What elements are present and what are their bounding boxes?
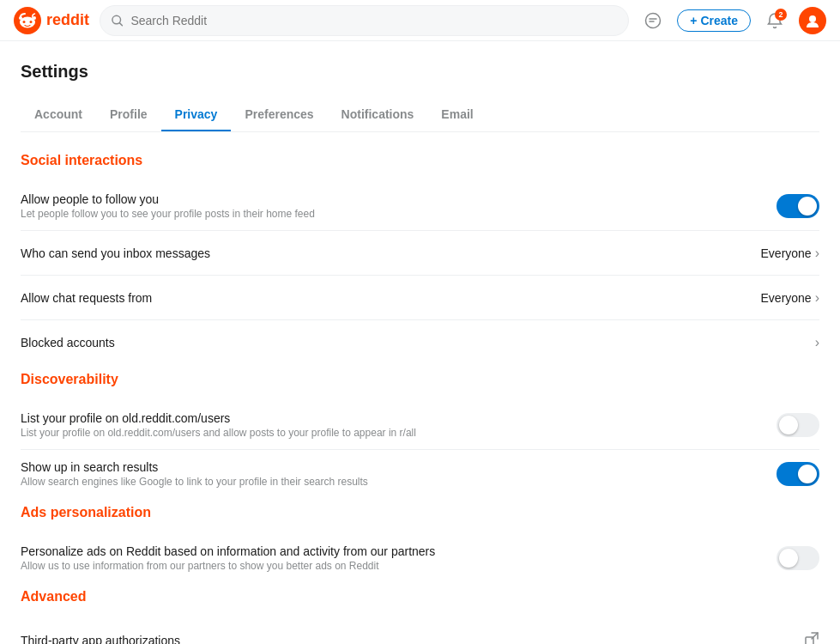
setting-info-blocked: Blocked accounts [21,336,815,349]
svg-point-9 [809,15,816,22]
setting-row-chat[interactable]: Allow chat requests from Everyone › [21,276,819,320]
toggle-old-reddit-slider [777,413,819,437]
topnav: reddit + Create 2 [0,0,840,41]
setting-desc-ads: Allow us to use information from our par… [21,560,756,572]
user-avatar-icon [804,12,821,29]
chevron-right-icon-chat: › [815,290,819,306]
inbox-value-chevron[interactable]: Everyone › [761,246,819,261]
setting-row-follow: Allow people to follow you Let people fo… [21,182,819,231]
tab-email[interactable]: Email [427,99,486,131]
create-label: Create [700,14,738,27]
setting-row-search-results: Show up in search results Allow search e… [21,450,819,498]
setting-info-chat: Allow chat requests from [21,291,761,305]
external-link-icon[interactable] [804,631,819,645]
chat-value-text: Everyone [761,291,812,305]
setting-info-ads: Personalize ads on Reddit based on infor… [21,544,777,572]
setting-label-blocked: Blocked accounts [21,336,795,349]
tabs-bar: Account Profile Privacy Preferences Noti… [21,99,819,132]
notifications-button[interactable]: 2 [761,7,789,34]
svg-point-3 [30,21,33,23]
chat-value-chevron[interactable]: Everyone › [761,290,819,306]
setting-row-third-party[interactable]: Third-party app authorizations [21,618,819,644]
search-bar[interactable] [100,5,629,36]
setting-info-follow: Allow people to follow you Let people fo… [21,192,777,220]
setting-row-ads: Personalize ads on Reddit based on infor… [21,534,819,582]
toggle-follow[interactable] [777,194,819,218]
setting-info-third-party: Third-party app authorizations [21,634,804,645]
advanced-rows: Third-party app authorizations Clear his… [21,618,819,644]
setting-desc-old-reddit: List your profile on old.reddit.com/user… [21,427,756,439]
social-rows: Allow people to follow you Let people fo… [21,182,819,365]
svg-point-5 [19,16,22,20]
toggle-old-reddit[interactable] [777,413,819,437]
reddit-logo-icon [14,7,41,34]
svg-point-8 [646,13,661,27]
tab-account[interactable]: Account [21,99,96,131]
notif-badge: 2 [775,9,787,21]
search-input[interactable] [130,14,618,27]
svg-point-2 [23,21,26,23]
ads-section: Ads personalization Personalize ads on R… [21,505,819,582]
page-title: Settings [21,62,819,82]
svg-point-6 [33,16,36,20]
setting-label-old-reddit: List your profile on old.reddit.com/user… [21,411,756,425]
chat-button[interactable] [639,7,667,34]
main-content: Settings Account Profile Privacy Prefere… [0,41,840,644]
nav-right: + Create 2 [639,7,826,34]
tab-privacy[interactable]: Privacy [161,99,232,131]
advanced-section-title: Advanced [21,589,819,605]
avatar[interactable] [799,7,826,34]
setting-label-chat: Allow chat requests from [21,291,740,305]
toggle-follow-slider [777,194,819,218]
ads-section-title: Ads personalization [21,505,819,520]
chevron-right-icon-inbox: › [815,246,819,261]
create-plus-icon: + [690,14,697,27]
setting-row-blocked[interactable]: Blocked accounts › [21,320,819,365]
setting-label-ads: Personalize ads on Reddit based on infor… [21,544,756,558]
chevron-right-icon-blocked: › [815,335,819,350]
setting-label-inbox: Who can send you inbox messages [21,246,740,260]
setting-info-inbox: Who can send you inbox messages [21,246,761,260]
tab-preferences[interactable]: Preferences [231,99,327,131]
logo-link[interactable]: reddit [14,7,89,34]
toggle-search-results[interactable] [777,462,819,486]
setting-info-old-reddit: List your profile on old.reddit.com/user… [21,411,777,439]
social-section: Social interactions Allow people to foll… [21,153,819,365]
tab-notifications[interactable]: Notifications [328,99,428,131]
blocked-chevron[interactable]: › [815,335,819,350]
setting-label-third-party: Third-party app authorizations [21,634,783,645]
chat-icon [644,12,662,29]
ads-rows: Personalize ads on Reddit based on infor… [21,534,819,582]
discoverability-rows: List your profile on old.reddit.com/user… [21,401,819,498]
discoverability-section-title: Discoverability [21,372,819,387]
setting-label-follow: Allow people to follow you [21,192,756,206]
setting-row-inbox[interactable]: Who can send you inbox messages Everyone… [21,231,819,276]
discoverability-section: Discoverability List your profile on old… [21,372,819,498]
toggle-ads[interactable] [777,546,819,570]
setting-label-search-results: Show up in search results [21,460,756,474]
logo-text: reddit [46,11,89,29]
advanced-section: Advanced Third-party app authorizations [21,589,819,644]
setting-desc-follow: Let people follow you to see your profil… [21,208,756,220]
setting-desc-search-results: Allow search engines like Google to link… [21,476,756,488]
create-button[interactable]: + Create [677,9,751,32]
toggle-ads-slider [777,546,819,570]
inbox-value-text: Everyone [761,246,812,260]
setting-info-search-results: Show up in search results Allow search e… [21,460,777,488]
toggle-search-results-slider [777,462,819,486]
tab-profile[interactable]: Profile [96,99,161,131]
setting-row-old-reddit: List your profile on old.reddit.com/user… [21,401,819,450]
social-section-title: Social interactions [21,153,819,168]
search-icon [111,14,124,27]
